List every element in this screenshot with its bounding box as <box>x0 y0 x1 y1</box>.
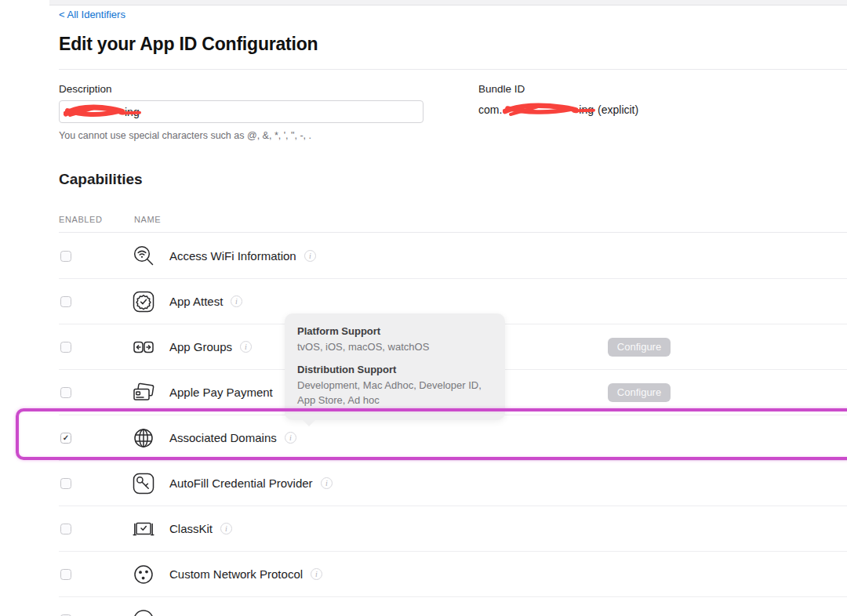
info-icon[interactable]: i <box>304 250 316 262</box>
capability-name: Access WiFi Information <box>169 249 296 263</box>
capability-row-associated-domains: ✓ Associated Domains i <box>59 415 847 461</box>
capability-name: Associated Domains <box>169 431 277 444</box>
bundle-id-prefix: com. <box>478 103 502 116</box>
capability-row-classkit: ClassKit i <box>59 506 847 552</box>
capability-row-access-wifi-information: Access WiFi Information i <box>59 234 847 279</box>
tooltip-distribution-title: Distribution Support <box>297 364 493 375</box>
app-id-configuration-page: < All Identifiers Edit your App ID Confi… <box>0 0 847 616</box>
capability-checkbox[interactable] <box>60 296 71 307</box>
capability-name: AutoFill Credential Provider <box>169 476 313 490</box>
capability-checkbox[interactable] <box>60 387 71 398</box>
bundle-id-visible-tail: ing <box>579 103 594 116</box>
capability-name: App Groups <box>169 340 232 353</box>
board-check-icon <box>129 515 158 543</box>
socket-dots-icon <box>129 560 158 589</box>
header-bottom-strip <box>49 0 847 5</box>
back-link-all-identifiers[interactable]: < All Identifiers <box>59 9 125 20</box>
capability-row-partial <box>59 597 847 616</box>
circle-icon <box>129 606 158 616</box>
bundle-id-value: com. ing (explicit) <box>478 102 638 118</box>
capabilities-heading: Capabilities <box>59 171 143 188</box>
description-input[interactable] <box>59 100 424 123</box>
capability-checkbox[interactable] <box>60 524 71 534</box>
tooltip-platform-list: tvOS, iOS, macOS, watchOS <box>297 339 493 354</box>
tooltip-arrow <box>302 419 316 426</box>
header-divider <box>59 69 847 70</box>
payment-cards-icon <box>129 379 158 407</box>
redaction-scribble <box>503 102 578 118</box>
column-header-enabled: ENABLED <box>59 215 103 224</box>
capability-name: ClassKit <box>169 522 213 535</box>
capability-row-autofill-credential-provider: AutoFill Credential Provider i <box>59 461 847 506</box>
info-icon[interactable]: i <box>285 432 296 444</box>
bundle-id-label: Bundle ID <box>478 83 525 95</box>
capability-checkbox[interactable] <box>60 478 71 489</box>
configure-button[interactable]: Configure <box>608 338 671 357</box>
seal-check-icon <box>129 288 158 316</box>
linked-boxes-icon <box>129 333 158 361</box>
bundle-id-suffix: (explicit) <box>598 103 638 116</box>
capability-name: Custom Network Protocol <box>169 567 303 581</box>
info-icon[interactable]: i <box>321 477 333 489</box>
capability-name: Apple Pay Payment <box>169 386 273 399</box>
key-icon <box>129 469 158 498</box>
description-helper-text: You cannot use special characters such a… <box>59 130 311 141</box>
capability-checkbox[interactable]: ✓ <box>60 433 71 444</box>
info-icon[interactable]: i <box>220 523 232 534</box>
capability-name: App Attest <box>169 295 223 308</box>
tooltip-distribution-list: Development, Mac Adhoc, Developer ID, Ap… <box>297 378 493 408</box>
info-icon[interactable]: i <box>240 341 252 353</box>
description-label: Description <box>59 83 112 95</box>
capability-row-custom-network-protocol: Custom Network Protocol i <box>59 552 847 597</box>
info-icon[interactable]: i <box>231 295 242 307</box>
globe-icon <box>129 424 158 452</box>
configure-button[interactable]: Configure <box>608 383 671 402</box>
capabilities-table: Access WiFi Information i App Attest i A… <box>59 234 847 616</box>
tooltip-platform-title: Platform Support <box>297 325 493 337</box>
info-icon[interactable]: i <box>311 568 322 580</box>
column-header-name: NAME <box>134 215 161 224</box>
page-title: Edit your App ID Configuration <box>59 34 318 55</box>
table-header-divider <box>59 232 847 233</box>
wifi-magnifier-icon <box>129 242 158 270</box>
capability-checkbox[interactable] <box>60 251 71 262</box>
capability-tooltip: Platform Support tvOS, iOS, macOS, watch… <box>285 313 505 420</box>
capability-checkbox[interactable] <box>60 342 71 353</box>
capability-checkbox[interactable] <box>60 569 71 580</box>
